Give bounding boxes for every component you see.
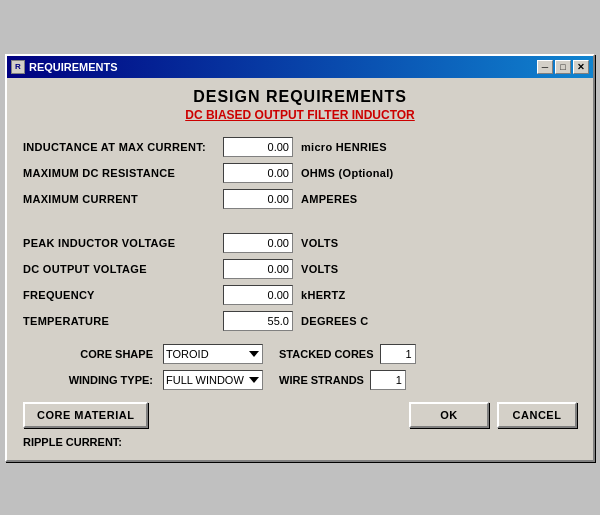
resistance-input[interactable] (223, 163, 293, 183)
core-material-button[interactable]: CORE MATERIAL (23, 402, 148, 428)
dc-voltage-unit: VOLTS (301, 263, 338, 275)
winding-type-select[interactable]: FULL WINDOW HALF WINDOW (163, 370, 263, 390)
resistance-label: MAXIMUM DC RESISTANCE (23, 167, 223, 179)
peak-voltage-unit: VOLTS (301, 237, 338, 249)
inductance-input[interactable] (223, 137, 293, 157)
core-shape-row: CORE SHAPE TOROID EI EC POT STACKED CORE… (23, 344, 577, 364)
main-window: R REQUIREMENTS ─ □ ✕ DESIGN REQUIREMENTS… (5, 54, 595, 462)
window-title: REQUIREMENTS (29, 61, 118, 73)
current-row: MAXIMUM CURRENT AMPERES (23, 188, 577, 210)
dc-voltage-input[interactable] (223, 259, 293, 279)
wire-strands-input[interactable] (370, 370, 406, 390)
frequency-unit: kHERTZ (301, 289, 346, 301)
temperature-input[interactable] (223, 311, 293, 331)
cancel-button[interactable]: CANCEL (497, 402, 577, 428)
stacked-cores-group: STACKED CORES (279, 344, 416, 364)
resistance-row: MAXIMUM DC RESISTANCE OHMS (Optional) (23, 162, 577, 184)
dc-voltage-label: DC OUTPUT VOLTAGE (23, 263, 223, 275)
current-input[interactable] (223, 189, 293, 209)
temperature-unit: DEGREES C (301, 315, 369, 327)
peak-voltage-row: PEAK INDUCTOR VOLTAGE VOLTS (23, 232, 577, 254)
title-bar: R REQUIREMENTS ─ □ ✕ (7, 56, 593, 78)
ok-button[interactable]: OK (409, 402, 489, 428)
inductance-unit: micro HENRIES (301, 141, 387, 153)
core-shape-select[interactable]: TOROID EI EC POT (163, 344, 263, 364)
dc-voltage-row: DC OUTPUT VOLTAGE VOLTS (23, 258, 577, 280)
resistance-unit: OHMS (Optional) (301, 167, 394, 179)
wire-strands-label: WIRE STRANDS (279, 374, 364, 386)
temperature-row: TEMPERATURE DEGREES C (23, 310, 577, 332)
minimize-button[interactable]: ─ (537, 60, 553, 74)
winding-type-row: WINDING TYPE: FULL WINDOW HALF WINDOW WI… (23, 370, 577, 390)
title-bar-buttons: ─ □ ✕ (537, 60, 589, 74)
button-row: CORE MATERIAL OK CANCEL (23, 402, 577, 428)
middle-fields: PEAK INDUCTOR VOLTAGE VOLTS DC OUTPUT VO… (23, 232, 577, 332)
subtitle-link[interactable]: DC BIASED OUTPUT FILTER INDUCTOR (23, 108, 577, 122)
frequency-input[interactable] (223, 285, 293, 305)
ripple-row: RIPPLE CURRENT: (23, 436, 577, 448)
content-area: DESIGN REQUIREMENTS DC BIASED OUTPUT FIL… (7, 78, 593, 460)
close-button[interactable]: ✕ (573, 60, 589, 74)
inductance-label: INDUCTANCE AT MAX CURRENT: (23, 141, 223, 153)
core-shape-label: CORE SHAPE (23, 348, 153, 360)
select-section: CORE SHAPE TOROID EI EC POT STACKED CORE… (23, 344, 577, 390)
frequency-label: FREQUENCY (23, 289, 223, 301)
wire-strands-group: WIRE STRANDS (279, 370, 406, 390)
inductance-row: INDUCTANCE AT MAX CURRENT: micro HENRIES (23, 136, 577, 158)
temperature-label: TEMPERATURE (23, 315, 223, 327)
frequency-row: FREQUENCY kHERTZ (23, 284, 577, 306)
window-icon: R (11, 60, 25, 74)
top-fields: INDUCTANCE AT MAX CURRENT: micro HENRIES… (23, 136, 577, 210)
peak-voltage-input[interactable] (223, 233, 293, 253)
title-bar-left: R REQUIREMENTS (11, 60, 118, 74)
peak-voltage-label: PEAK INDUCTOR VOLTAGE (23, 237, 223, 249)
ripple-label: RIPPLE CURRENT: (23, 436, 122, 448)
main-title: DESIGN REQUIREMENTS (23, 88, 577, 106)
maximize-button[interactable]: □ (555, 60, 571, 74)
current-label: MAXIMUM CURRENT (23, 193, 223, 205)
stacked-cores-label: STACKED CORES (279, 348, 374, 360)
current-unit: AMPERES (301, 193, 358, 205)
stacked-cores-input[interactable] (380, 344, 416, 364)
winding-type-label: WINDING TYPE: (23, 374, 153, 386)
